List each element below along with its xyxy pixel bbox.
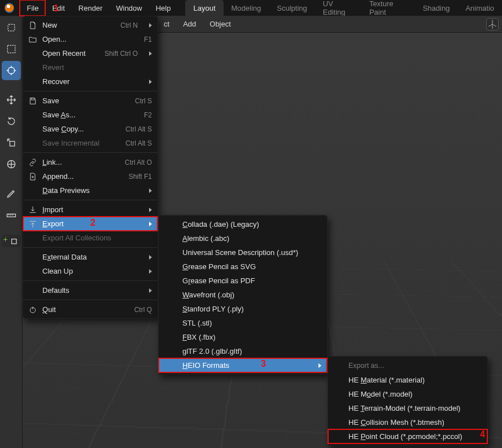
blank-icon: [28, 266, 38, 276]
tool-annotate[interactable]: [2, 184, 21, 203]
file-import-label: Import: [42, 205, 138, 214]
file-append[interactable]: Append... Shift F1: [23, 169, 158, 183]
tab-uv-editing[interactable]: UV Editing: [315, 0, 361, 16]
menu-file[interactable]: File: [20, 0, 45, 16]
file-data-previews-label: Data Previews: [42, 186, 138, 195]
heio-point-cloud[interactable]: HE Point Cloud (*.pcmodel;*.pccol): [328, 429, 487, 443]
tool-tweak[interactable]: [2, 18, 21, 37]
submenu-arrow-icon: [149, 288, 152, 293]
tab-texture-paint[interactable]: Texture Paint: [361, 0, 415, 16]
file-revert: Revert: [23, 60, 158, 74]
tool-add-primitive[interactable]: [2, 235, 21, 247]
submenu-arrow-icon: [149, 51, 152, 56]
shortcut-text: Shift F1: [129, 173, 152, 181]
export-stanford-ply[interactable]: Stanford PLY (.ply): [159, 302, 327, 316]
svg-rect-6: [11, 239, 16, 244]
file-new[interactable]: New Ctrl N: [23, 18, 158, 32]
file-menu: New Ctrl N Open... F1 Open Recent Shift …: [23, 16, 158, 319]
file-link-label: Link...: [42, 158, 110, 166]
tool-scale[interactable]: [2, 133, 21, 152]
menu-render[interactable]: Render: [72, 0, 110, 16]
tool-shelf: [0, 16, 23, 448]
file-save-incremental-label: Save Incremental: [42, 139, 111, 147]
tab-modeling[interactable]: Modeling: [224, 0, 269, 16]
submenu-arrow-icon: [149, 255, 152, 260]
blank-icon: [28, 77, 38, 87]
file-recover[interactable]: Recover: [23, 74, 158, 89]
top-menu-bar: File Edit Render Window Help Layout Mode…: [0, 0, 502, 16]
tool-rotate[interactable]: [2, 112, 21, 131]
blank-icon: [28, 124, 38, 134]
append-icon: [28, 172, 38, 182]
file-open-recent-label: Open Recent: [42, 49, 90, 58]
heio-model[interactable]: HE Model (*.model): [328, 387, 487, 401]
export-gp-pdf[interactable]: Grease Pencil as PDF: [159, 274, 327, 288]
menu-help[interactable]: Help: [149, 0, 178, 16]
file-save[interactable]: Save Ctrl S: [23, 94, 158, 108]
submenu-arrow-icon: [149, 23, 152, 28]
file-save-as-label: Save As...: [42, 111, 129, 119]
blank-icon: [28, 286, 38, 296]
export-heio-formats[interactable]: HEIO Formats: [159, 358, 327, 372]
save-icon: [28, 96, 38, 106]
file-open-recent[interactable]: Open Recent Shift Ctrl O: [23, 46, 158, 60]
file-export[interactable]: Export: [23, 217, 158, 231]
tool-move[interactable]: [2, 90, 21, 109]
file-defaults[interactable]: Defaults: [23, 283, 158, 297]
file-open[interactable]: Open... F1: [23, 32, 158, 46]
shortcut-text: Ctrl Alt S: [125, 139, 152, 147]
menu-edit[interactable]: Edit: [45, 0, 71, 16]
tab-sculpting[interactable]: Sculpting: [269, 0, 315, 16]
tool-select-box[interactable]: [2, 39, 21, 59]
export-gltf[interactable]: glTF 2.0 (.glb/.gltf): [159, 344, 327, 358]
export-usd[interactable]: Universal Scene Description (.usd*): [159, 245, 327, 260]
shortcut-text: Ctrl S: [135, 97, 152, 105]
file-data-previews[interactable]: Data Previews: [23, 183, 158, 197]
submenu-arrow-icon: [149, 188, 152, 193]
file-append-label: Append...: [42, 172, 114, 181]
export-alembic[interactable]: Alembic (.abc): [159, 231, 327, 245]
file-new-label: New: [42, 21, 106, 29]
file-save-copy[interactable]: Save Copy... Ctrl Alt S: [23, 122, 158, 136]
tool-cursor[interactable]: [2, 61, 21, 80]
file-save-as[interactable]: Save As... F2: [23, 108, 158, 122]
file-blank-icon: [28, 20, 38, 30]
header-ct-clip[interactable]: ct: [161, 20, 172, 28]
blank-icon: [28, 63, 38, 73]
link-icon: [28, 157, 38, 168]
export-stl[interactable]: STL (.stl): [159, 316, 327, 330]
export-gp-svg[interactable]: Grease Pencil as SVG: [159, 260, 327, 274]
file-quit[interactable]: Quit Ctrl Q: [23, 302, 158, 317]
shortcut-text: F1: [144, 36, 152, 43]
file-save-copy-label: Save Copy...: [42, 125, 111, 133]
tool-measure[interactable]: [2, 205, 21, 225]
heio-collision-mesh[interactable]: HE Collision Mesh (*.btmesh): [328, 415, 487, 429]
file-clean-up-label: Clean Up: [42, 267, 138, 275]
export-collada[interactable]: Collada (.dae) (Legacy): [159, 217, 327, 231]
transform-orientation-icon[interactable]: [486, 18, 499, 30]
folder-icon: [28, 34, 38, 45]
tab-animation[interactable]: Animatio: [457, 0, 502, 16]
export-fbx[interactable]: FBX (.fbx): [159, 330, 327, 344]
menu-window[interactable]: Window: [109, 0, 149, 16]
heio-header: Export as...: [328, 358, 487, 373]
menu-separator: [23, 247, 158, 248]
header-add[interactable]: Add: [181, 20, 198, 28]
file-import[interactable]: Import: [23, 203, 158, 217]
file-external-data[interactable]: External Data: [23, 250, 158, 264]
svg-rect-3: [10, 142, 14, 146]
file-clean-up[interactable]: Clean Up: [23, 264, 158, 278]
tab-shading[interactable]: Shading: [415, 0, 458, 16]
export-icon: [28, 219, 38, 229]
heio-terrain-model[interactable]: HE Terrain-Model (*.terrain-model): [328, 401, 487, 415]
svg-rect-7: [31, 98, 34, 99]
svg-rect-1: [7, 45, 15, 52]
export-wavefront[interactable]: Wavefront (.obj): [159, 288, 327, 302]
header-object[interactable]: Object: [207, 20, 233, 28]
tool-transform[interactable]: [2, 155, 21, 174]
tab-layout[interactable]: Layout: [185, 0, 223, 16]
heio-material[interactable]: HE Material (*.material): [328, 373, 487, 387]
blank-icon: [28, 186, 38, 196]
svg-rect-0: [8, 24, 15, 31]
file-link[interactable]: Link... Ctrl Alt O: [23, 155, 158, 169]
